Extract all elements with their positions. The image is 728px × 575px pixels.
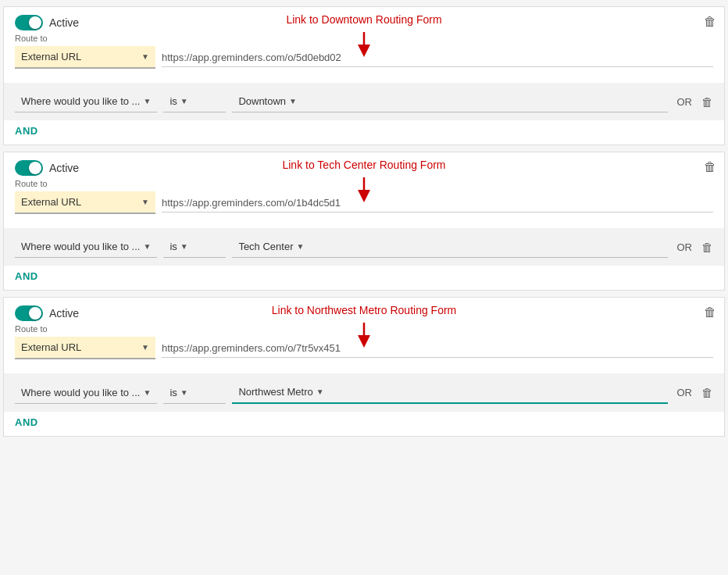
annotation-3: Link to Northwest Metro Routing Form	[272, 304, 457, 316]
card-top-3: ActiveLink to Northwest Metro Routing Fo…	[4, 298, 724, 370]
condition-op-value-1: is	[170, 95, 177, 107]
select-chevron-3: ▼	[141, 343, 149, 352]
delete-button-1[interactable]: 🗑	[704, 15, 716, 29]
condition-field-chevron-2: ▼	[143, 242, 151, 251]
route-card-2: ActiveLink to Tech Center Routing Form 🗑…	[3, 152, 725, 291]
arrow-3	[348, 323, 380, 348]
and-row-2: AND	[4, 266, 724, 290]
condition-value-select-2[interactable]: Tech Center▼	[232, 236, 667, 258]
condition-delete-button-2[interactable]: 🗑	[701, 241, 713, 254]
condition-value-chevron-2: ▼	[296, 242, 304, 251]
condition-op-select-1[interactable]: is▼	[163, 91, 226, 112]
condition-field-value-3: Where would you like to ...	[21, 387, 140, 398]
condition-row-1: Where would you like to ...▼is▼Downtown▼…	[4, 83, 724, 120]
condition-op-chevron-2: ▼	[180, 242, 188, 251]
active-label-1: Active	[49, 16, 79, 29]
condition-field-select-3[interactable]: Where would you like to ...▼	[15, 382, 157, 404]
condition-value-text-1: Downtown	[238, 95, 286, 107]
route-type-select-2[interactable]: External URL▼	[15, 191, 155, 214]
or-button-2[interactable]: OR	[677, 241, 693, 253]
or-button-1[interactable]: OR	[677, 96, 693, 108]
and-row-3: AND	[4, 412, 724, 436]
route-type-select-3[interactable]: External URL▼	[15, 337, 155, 359]
card-top-2: ActiveLink to Tech Center Routing Form 🗑…	[4, 152, 724, 225]
condition-delete-button-3[interactable]: 🗑	[701, 386, 713, 399]
arrow-2	[348, 177, 380, 202]
condition-op-chevron-1: ▼	[180, 97, 188, 105]
delete-button-2[interactable]: 🗑	[704, 160, 716, 174]
route-card-1: ActiveLink to Downtown Routing Form 🗑Rou…	[3, 6, 725, 145]
or-button-3[interactable]: OR	[677, 387, 693, 398]
condition-op-chevron-3: ▼	[180, 388, 188, 397]
active-label-2: Active	[49, 162, 79, 174]
condition-op-select-2[interactable]: is▼	[163, 236, 226, 258]
condition-value-text-3: Northwest Metro	[238, 386, 312, 398]
url-input-2[interactable]	[162, 194, 713, 212]
toggle-2[interactable]	[15, 160, 43, 176]
svg-marker-3	[358, 190, 370, 202]
toggle-3[interactable]	[15, 305, 43, 321]
arrow-1	[348, 32, 380, 57]
route-type-value-1: External URL	[21, 51, 81, 62]
and-button-1[interactable]: AND	[15, 125, 38, 137]
condition-delete-button-1[interactable]: 🗑	[701, 95, 713, 109]
condition-field-select-2[interactable]: Where would you like to ...▼	[15, 236, 157, 258]
select-chevron-1: ▼	[141, 52, 149, 61]
card-top-1: ActiveLink to Downtown Routing Form 🗑Rou…	[4, 7, 724, 80]
svg-marker-5	[358, 335, 370, 348]
and-row-1: AND	[4, 120, 724, 145]
condition-value-chevron-1: ▼	[289, 97, 297, 105]
annotation-1: Link to Downtown Routing Form	[286, 13, 441, 26]
condition-value-text-2: Tech Center	[238, 241, 293, 252]
route-type-value-3: External URL	[21, 341, 81, 353]
condition-field-chevron-3: ▼	[143, 388, 151, 397]
toggle-1[interactable]	[15, 15, 43, 30]
condition-op-value-2: is	[170, 241, 177, 252]
delete-button-3[interactable]: 🗑	[704, 305, 716, 320]
condition-field-chevron-1: ▼	[143, 97, 151, 105]
condition-value-chevron-3: ▼	[316, 388, 324, 396]
annotation-2: Link to Tech Center Routing Form	[282, 159, 445, 171]
condition-field-value-2: Where would you like to ...	[21, 241, 140, 252]
condition-field-select-1[interactable]: Where would you like to ...▼	[15, 91, 157, 112]
select-chevron-2: ▼	[141, 198, 149, 206]
route-card-3: ActiveLink to Northwest Metro Routing Fo…	[3, 297, 725, 437]
condition-op-select-3[interactable]: is▼	[163, 382, 226, 404]
condition-op-value-3: is	[170, 387, 177, 398]
route-type-value-2: External URL	[21, 196, 81, 208]
condition-row-3: Where would you like to ...▼is▼Northwest…	[4, 373, 724, 412]
and-button-3[interactable]: AND	[15, 416, 38, 428]
route-type-select-1[interactable]: External URL▼	[15, 46, 155, 69]
condition-row-2: Where would you like to ...▼is▼Tech Cent…	[4, 228, 724, 266]
condition-value-select-3[interactable]: Northwest Metro▼	[232, 381, 667, 404]
svg-marker-1	[358, 45, 370, 57]
and-button-2[interactable]: AND	[15, 270, 38, 282]
url-input-3[interactable]	[162, 339, 713, 358]
active-label-3: Active	[49, 307, 79, 320]
condition-value-select-1[interactable]: Downtown▼	[232, 91, 667, 112]
url-input-1[interactable]	[162, 48, 713, 67]
condition-field-value-1: Where would you like to ...	[21, 95, 140, 107]
